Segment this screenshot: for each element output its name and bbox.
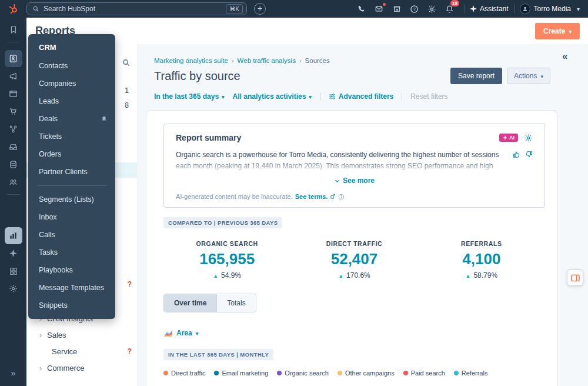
hubspot-logo[interactable] bbox=[0, 4, 26, 14]
rail-marketing-button[interactable] bbox=[5, 68, 22, 85]
sidebar-item-label: Service bbox=[52, 347, 77, 356]
rail-data-button[interactable] bbox=[5, 156, 22, 173]
menu-item-tasks[interactable]: Tasks bbox=[28, 244, 115, 261]
help-button[interactable]: ? bbox=[407, 2, 422, 16]
sparkle-icon bbox=[470, 5, 477, 12]
ai-badge-label: AI bbox=[509, 135, 514, 141]
menu-item-label: Partner Clients bbox=[39, 168, 88, 176]
rail-reporting-button[interactable] bbox=[5, 227, 22, 244]
menu-item-leads[interactable]: Leads bbox=[28, 92, 115, 110]
menu-item-label: Contacts bbox=[39, 62, 68, 70]
legend-item-referrals[interactable]: Referrals bbox=[454, 370, 488, 377]
menu-item-tickets[interactable]: Tickets bbox=[28, 128, 115, 145]
activities-label: All analytics activities bbox=[233, 92, 306, 101]
menu-item-segments[interactable]: Segments (Lists) bbox=[28, 191, 115, 208]
side-panel-toggle-button[interactable] bbox=[567, 269, 583, 286]
rail-inbox-button[interactable] bbox=[5, 138, 22, 155]
breadcrumb-current: Sources bbox=[305, 57, 330, 64]
menu-item-partner-clients[interactable]: Partner Clients bbox=[28, 163, 115, 181]
menu-item-label: Snippets bbox=[39, 301, 68, 310]
menu-item-deals[interactable]: Deals bbox=[28, 110, 115, 128]
menu-item-message-templates[interactable]: Message Templates bbox=[28, 279, 115, 297]
rail-crm-button[interactable] bbox=[5, 50, 22, 67]
rail-bookmarks-button[interactable] bbox=[5, 21, 22, 38]
chevron-down-icon bbox=[196, 329, 199, 337]
settings-button[interactable] bbox=[425, 2, 439, 16]
account-avatar bbox=[520, 4, 530, 14]
activities-filter[interactable]: All analytics activities bbox=[233, 92, 312, 101]
expand-icon bbox=[11, 368, 15, 378]
sidebar-item-service[interactable]: Service bbox=[26, 343, 138, 360]
menu-item-calls[interactable]: Calls bbox=[28, 226, 115, 244]
rail-library-button[interactable] bbox=[5, 174, 22, 191]
chart-type-selector[interactable]: Area bbox=[163, 329, 545, 337]
report-title-row: Traffic by source Save report Actions bbox=[154, 68, 550, 84]
reset-filters-button[interactable]: Reset filters bbox=[410, 92, 447, 101]
sidebar-item-list: CRM Insights Sales Service Commerce bbox=[26, 310, 138, 376]
legend-label: Organic search bbox=[285, 370, 329, 377]
sparkle-icon bbox=[503, 135, 507, 140]
legend-label: Email marketing bbox=[222, 370, 268, 377]
database-icon bbox=[9, 160, 18, 169]
menu-item-contacts[interactable]: Contacts bbox=[28, 57, 115, 75]
email-button[interactable] bbox=[372, 2, 386, 16]
marketplace-button[interactable] bbox=[390, 2, 404, 16]
see-terms-link[interactable]: See terms. bbox=[295, 193, 328, 200]
search-placeholder: Search HubSpot bbox=[44, 5, 222, 13]
metrics-row: ORGANIC SEARCH 165,955 54.9% DIRECT TRAF… bbox=[163, 240, 545, 279]
tab-totals[interactable]: Totals bbox=[216, 294, 255, 312]
rail-commerce-button[interactable] bbox=[5, 103, 22, 120]
breadcrumb-link[interactable]: Web traffic analysis bbox=[238, 57, 296, 64]
breadcrumb-link[interactable]: Marketing analytics suite bbox=[154, 57, 228, 64]
sidebar-item-label: Commerce bbox=[47, 364, 85, 372]
thumbs-up-icon[interactable] bbox=[513, 151, 520, 158]
rail-ai-button[interactable] bbox=[5, 245, 22, 262]
menu-item-inbox[interactable]: Inbox bbox=[28, 208, 115, 226]
topnav-divider bbox=[514, 4, 514, 14]
actions-dropdown-button[interactable]: Actions bbox=[507, 68, 550, 84]
legend-item-organic-search[interactable]: Organic search bbox=[277, 370, 329, 377]
quick-create-button[interactable] bbox=[254, 3, 266, 15]
notifications-button[interactable]: 18 bbox=[443, 2, 457, 16]
account-menu[interactable]: Torro Media bbox=[520, 4, 580, 14]
filter-divider bbox=[320, 92, 320, 101]
advanced-filters-button[interactable]: Advanced filters bbox=[329, 92, 393, 101]
create-button[interactable]: Create bbox=[535, 23, 580, 39]
thumbs-down-icon[interactable] bbox=[525, 151, 533, 158]
sparkle-icon bbox=[9, 249, 17, 257]
calling-button[interactable] bbox=[355, 2, 369, 16]
save-report-button[interactable]: Save report bbox=[450, 68, 502, 84]
assistant-button[interactable]: Assistant bbox=[470, 5, 509, 13]
menu-item-orders[interactable]: Orders bbox=[28, 145, 115, 163]
help-badge-icon bbox=[128, 280, 132, 288]
rail-settings-button[interactable] bbox=[5, 280, 22, 297]
legend-item-email-marketing[interactable]: Email marketing bbox=[214, 370, 268, 377]
panel-right-icon bbox=[571, 274, 580, 282]
gear-icon bbox=[524, 134, 533, 142]
sidebar-search-button[interactable] bbox=[122, 58, 131, 67]
hubspot-app: Search HubSpot ⌘K bbox=[0, 0, 588, 386]
info-icon bbox=[338, 194, 345, 200]
collapse-panel-icon[interactable] bbox=[562, 51, 567, 62]
menu-item-playbooks[interactable]: Playbooks bbox=[28, 261, 115, 279]
sidebar-item-commerce[interactable]: Commerce bbox=[26, 360, 138, 376]
search-icon bbox=[32, 5, 39, 12]
global-search-input[interactable]: Search HubSpot ⌘K bbox=[26, 2, 247, 15]
tab-over-time[interactable]: Over time bbox=[164, 294, 216, 312]
rail-automations-button[interactable] bbox=[5, 121, 22, 138]
legend-item-other-campaigns[interactable]: Other campaigns bbox=[338, 370, 395, 377]
legend-item-direct-traffic[interactable]: Direct traffic bbox=[163, 370, 205, 377]
rail-workspace-button[interactable] bbox=[5, 262, 22, 279]
menu-item-label: Segments (Lists) bbox=[39, 195, 94, 204]
menu-item-companies[interactable]: Companies bbox=[28, 75, 115, 92]
date-range-filter[interactable]: In the last 365 days bbox=[154, 92, 225, 101]
legend-item-paid-search[interactable]: Paid search bbox=[403, 370, 445, 377]
sidebar-item-label: Sales bbox=[47, 331, 66, 340]
see-more-button[interactable]: See more bbox=[176, 177, 533, 185]
sidebar-item-sales[interactable]: Sales bbox=[26, 327, 138, 343]
area-chart-icon bbox=[163, 329, 173, 337]
menu-item-snippets[interactable]: Snippets bbox=[28, 297, 115, 314]
rail-content-button[interactable] bbox=[5, 85, 22, 102]
summary-settings-button[interactable] bbox=[524, 134, 533, 142]
rail-expand-button[interactable] bbox=[5, 364, 22, 381]
